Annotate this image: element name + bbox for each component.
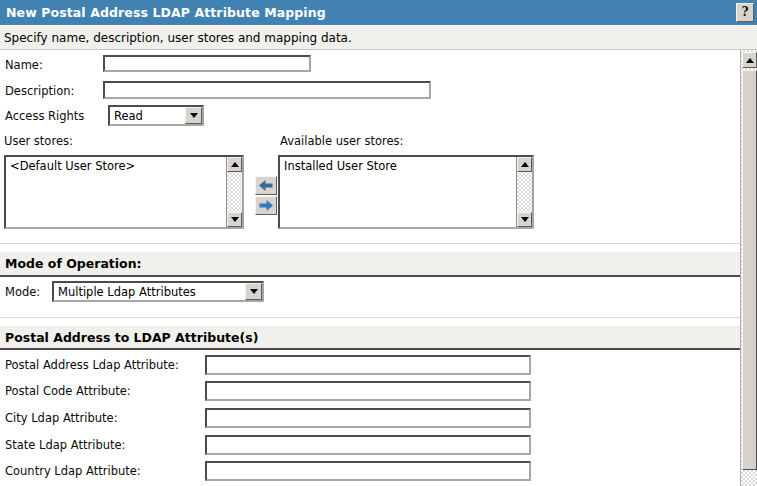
user-stores-listbox[interactable]: <Default User Store> [4,155,244,229]
scroll-up-button[interactable] [742,52,757,68]
section-divider [0,243,740,244]
mode-label: Mode: [5,285,40,299]
chevron-down-icon[interactable] [245,283,262,300]
name-input[interactable] [103,55,311,72]
list-item[interactable]: <Default User Store> [6,157,242,173]
country-ldap-attribute-input[interactable] [205,461,531,481]
right-arrow-icon [259,200,273,211]
user-stores-label: User stores: [4,134,73,148]
scroll-down-button[interactable] [517,212,532,227]
mode-selected-value: Multiple Ldap Attributes [54,283,245,300]
postal-code-attribute-label: Postal Code Attribute: [5,384,131,398]
available-user-stores-scrollbar[interactable] [516,157,532,227]
help-button[interactable]: ? [736,3,754,22]
dialog-new-postal-address-ldap-attribute-mapping: New Postal Address LDAP Attribute Mappin… [0,0,757,486]
scroll-down-button[interactable] [227,212,242,227]
question-mark-icon: ? [741,5,748,19]
scroll-up-button[interactable] [517,157,532,172]
scrollbar-thumb[interactable] [742,70,757,470]
access-rights-selected-value: Read [110,107,185,124]
vertical-scrollbar[interactable] [740,50,757,486]
access-rights-label: Access Rights [5,109,84,123]
postal-code-attribute-input[interactable] [205,381,531,401]
user-stores-scrollbar[interactable] [226,157,242,227]
description-input[interactable] [103,81,431,99]
instruction-text: Specify name, description, user stores a… [4,31,352,45]
left-arrow-icon [259,180,273,191]
access-rights-select[interactable]: Read [108,105,204,126]
state-ldap-attribute-input[interactable] [205,435,531,455]
up-triangle-icon [231,162,239,167]
description-label: Description: [5,84,74,98]
title-bar: New Postal Address LDAP Attribute Mappin… [0,0,757,25]
mode-select[interactable]: Multiple Ldap Attributes [52,281,264,302]
instruction-bar: Specify name, description, user stores a… [0,25,757,50]
city-ldap-attribute-label: City Ldap Attribute: [5,411,118,425]
section-divider [0,317,740,318]
scroll-up-button[interactable] [227,157,242,172]
dialog-title: New Postal Address LDAP Attribute Mappin… [6,5,326,20]
mode-of-operation-header: Mode of Operation: [0,252,740,277]
move-left-button[interactable] [255,176,277,195]
available-user-stores-listbox[interactable]: Installed User Store [278,155,534,229]
up-triangle-icon [521,162,529,167]
city-ldap-attribute-input[interactable] [205,408,531,428]
move-right-button[interactable] [255,196,277,215]
postal-address-ldap-attribute-label: Postal Address Ldap Attribute: [5,358,179,372]
available-user-stores-label: Available user stores: [280,134,403,148]
up-triangle-icon [746,58,754,63]
chevron-down-icon[interactable] [185,107,202,124]
down-triangle-icon [521,217,529,222]
postal-address-section-header: Postal Address to LDAP Attribute(s) [0,326,740,350]
state-ldap-attribute-label: State Ldap Attribute: [5,438,125,452]
country-ldap-attribute-label: Country Ldap Attribute: [5,464,141,478]
list-item[interactable]: Installed User Store [280,157,532,173]
postal-address-ldap-attribute-input[interactable] [205,355,531,375]
down-triangle-icon [231,217,239,222]
name-label: Name: [5,58,43,72]
